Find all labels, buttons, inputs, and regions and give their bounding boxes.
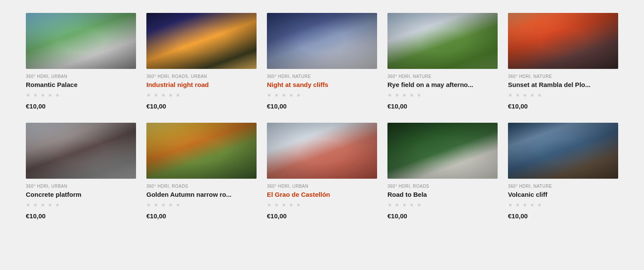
star-icon: ★ <box>523 202 529 208</box>
star-icon: ★ <box>409 92 415 98</box>
product-tags: 360° HDRI, NATURE <box>267 74 377 79</box>
product-card-golden-autumn[interactable]: 360° HDRI, ROADS Golden Autumn narrow ro… <box>146 123 257 220</box>
star-icon: ★ <box>26 202 32 208</box>
star-icon: ★ <box>387 202 393 208</box>
product-card-night-sandy-cliffs[interactable]: 360° HDRI, NATURE Night at sandy cliffs … <box>267 13 377 110</box>
product-card-romantic-palace[interactable]: 360° HDRI, URBAN Romantic Palace ★★★★★ €… <box>26 13 136 110</box>
star-icon: ★ <box>296 92 302 98</box>
star-icon: ★ <box>176 202 182 208</box>
star-icon: ★ <box>161 202 167 208</box>
product-tags: 360° HDRI, ROADS, URBAN <box>146 74 257 79</box>
star-icon: ★ <box>508 202 514 208</box>
product-price: €10,00 <box>508 212 618 220</box>
product-title: Romantic Palace <box>26 81 136 89</box>
product-title: Sunset at Rambla del Plo... <box>508 81 618 89</box>
star-icon: ★ <box>33 92 39 98</box>
star-icon: ★ <box>530 92 536 98</box>
star-icon: ★ <box>146 202 152 208</box>
product-grid: 360° HDRI, URBAN Romantic Palace ★★★★★ €… <box>26 13 618 220</box>
product-title: Rye field on a may afterno... <box>387 81 498 89</box>
product-price: €10,00 <box>26 102 136 110</box>
product-image <box>146 13 257 69</box>
star-icon: ★ <box>168 92 174 98</box>
star-icon: ★ <box>282 92 288 98</box>
star-icon: ★ <box>537 202 543 208</box>
star-icon: ★ <box>530 202 536 208</box>
product-title: Concrete platform <box>26 191 136 199</box>
product-image <box>267 13 377 69</box>
product-tags: 360° HDRI, ROADS <box>146 184 257 189</box>
product-rating: ★★★★★ <box>26 202 136 208</box>
product-image <box>146 123 257 179</box>
star-icon: ★ <box>417 92 423 98</box>
product-rating: ★★★★★ <box>267 202 377 208</box>
product-card-road-to-bela[interactable]: 360° HDRI, ROADS Road to Bela ★★★★★ €10,… <box>387 123 498 220</box>
product-card-el-grao[interactable]: 360° HDRI, URBAN El Grao de Castellón ★★… <box>267 123 377 220</box>
star-icon: ★ <box>48 202 54 208</box>
product-title: Golden Autumn narrow ro... <box>146 191 257 199</box>
product-price: €10,00 <box>146 212 257 220</box>
product-price: €10,00 <box>508 102 618 110</box>
product-tags: 360° HDRI, NATURE <box>508 74 618 79</box>
product-tags: 360° HDRI, URBAN <box>26 184 136 189</box>
product-tags: 360° HDRI, URBAN <box>267 184 377 189</box>
product-title: Volcanic cliff <box>508 191 618 199</box>
product-card-concrete-platform[interactable]: 360° HDRI, URBAN Concrete platform ★★★★★… <box>26 123 136 220</box>
product-card-industrial-night-road[interactable]: 360° HDRI, ROADS, URBAN Industrial night… <box>146 13 257 110</box>
star-icon: ★ <box>395 92 401 98</box>
star-icon: ★ <box>274 202 280 208</box>
star-icon: ★ <box>515 92 521 98</box>
product-tags: 360° HDRI, URBAN <box>26 74 136 79</box>
star-icon: ★ <box>387 92 393 98</box>
star-icon: ★ <box>168 202 174 208</box>
star-icon: ★ <box>289 202 295 208</box>
star-icon: ★ <box>176 92 182 98</box>
product-image <box>508 13 618 69</box>
product-price: €10,00 <box>387 102 498 110</box>
product-rating: ★★★★★ <box>146 202 257 208</box>
star-icon: ★ <box>523 92 529 98</box>
star-icon: ★ <box>40 92 46 98</box>
product-rating: ★★★★★ <box>146 92 257 98</box>
star-icon: ★ <box>154 202 160 208</box>
product-image <box>387 13 498 69</box>
star-icon: ★ <box>146 92 152 98</box>
star-icon: ★ <box>48 92 54 98</box>
star-icon: ★ <box>296 202 302 208</box>
product-tags: 360° HDRI, ROADS <box>387 184 498 189</box>
star-icon: ★ <box>33 202 39 208</box>
product-title: Night at sandy cliffs <box>267 81 377 89</box>
product-card-sunset-rambla[interactable]: 360° HDRI, NATURE Sunset at Rambla del P… <box>508 13 618 110</box>
star-icon: ★ <box>515 202 521 208</box>
product-image <box>387 123 498 179</box>
product-price: €10,00 <box>267 212 377 220</box>
product-price: €10,00 <box>387 212 498 220</box>
star-icon: ★ <box>402 202 408 208</box>
product-price: €10,00 <box>267 102 377 110</box>
product-price: €10,00 <box>146 102 257 110</box>
product-tags: 360° HDRI, NATURE <box>387 74 498 79</box>
star-icon: ★ <box>55 202 61 208</box>
star-icon: ★ <box>282 202 288 208</box>
star-icon: ★ <box>402 92 408 98</box>
product-title: El Grao de Castellón <box>267 191 377 199</box>
star-icon: ★ <box>26 92 32 98</box>
star-icon: ★ <box>289 92 295 98</box>
product-card-rye-field[interactable]: 360° HDRI, NATURE Rye field on a may aft… <box>387 13 498 110</box>
product-rating: ★★★★★ <box>508 202 618 208</box>
product-rating: ★★★★★ <box>26 92 136 98</box>
star-icon: ★ <box>508 92 514 98</box>
product-image <box>508 123 618 179</box>
star-icon: ★ <box>417 202 423 208</box>
star-icon: ★ <box>409 202 415 208</box>
product-card-volcanic-cliff[interactable]: 360° HDRI, NATURE Volcanic cliff ★★★★★ €… <box>508 123 618 220</box>
product-image <box>267 123 377 179</box>
star-icon: ★ <box>267 92 273 98</box>
star-icon: ★ <box>154 92 160 98</box>
product-rating: ★★★★★ <box>387 202 498 208</box>
product-rating: ★★★★★ <box>508 92 618 98</box>
product-image <box>26 123 136 179</box>
star-icon: ★ <box>537 92 543 98</box>
product-title: Industrial night road <box>146 81 257 89</box>
star-icon: ★ <box>161 92 167 98</box>
